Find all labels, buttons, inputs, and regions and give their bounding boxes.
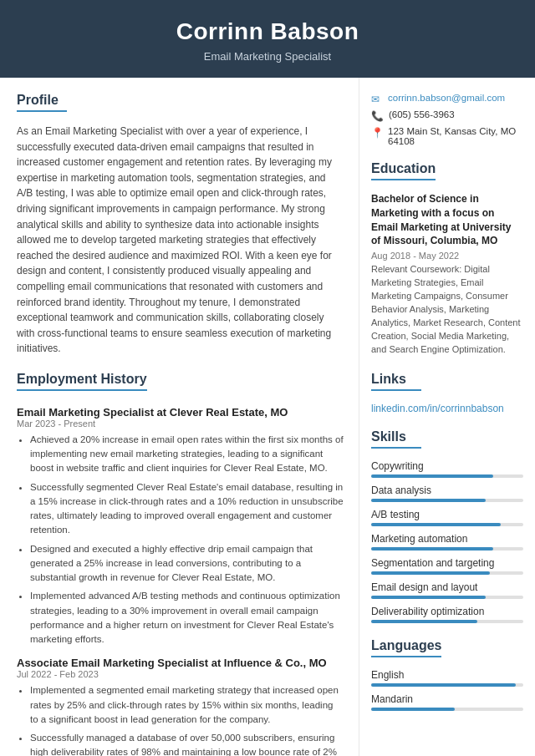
skill-label: Marketing automation — [371, 533, 523, 545]
linkedin-link[interactable]: linkedin.com/in/corrinnbabson — [371, 403, 504, 414]
education-section: Education Bachelor of Science in Marketi… — [371, 161, 523, 357]
profile-text: As an Email Marketing Specialist with ov… — [17, 124, 344, 357]
edu-degree: Bachelor of Science in Marketing with a … — [371, 192, 523, 248]
skill-bar-bg — [371, 596, 523, 599]
skill-email-design: Email design and layout — [371, 581, 523, 599]
education-heading: Education — [371, 161, 436, 180]
skill-bar-fill — [371, 620, 477, 623]
job-1-bullets: Achieved a 20% increase in email open ra… — [17, 433, 344, 647]
skill-label: Data analysis — [371, 485, 523, 496]
skill-bar-fill — [371, 596, 486, 599]
list-item: Successfully segmented Clever Real Estat… — [30, 480, 344, 538]
coursework-text: Digital Marketing Strategies, Email Mark… — [371, 264, 521, 354]
skill-bar-fill — [371, 474, 493, 478]
skill-bar-fill — [371, 523, 501, 526]
list-item: Successfully managed a database of over … — [30, 731, 344, 756]
link-linkedin: linkedin.com/in/corrinnbabson — [371, 403, 523, 414]
edu-coursework: Relevant Coursework: Digital Marketing S… — [371, 263, 523, 357]
skill-label: A/B testing — [371, 509, 523, 520]
lang-bar-fill — [371, 683, 516, 687]
contact-section: ✉ corrinn.babson@gmail.com 📞 (605) 556-3… — [371, 93, 523, 146]
skill-copywriting: Copywriting — [371, 460, 523, 478]
skill-bar-bg — [371, 620, 523, 623]
coursework-label: Relevant Coursework: — [371, 264, 461, 274]
skill-marketing-automation: Marketing automation — [371, 533, 523, 551]
employment-heading: Employment History — [17, 372, 147, 391]
lang-bar-bg — [371, 708, 523, 711]
phone-icon: 📞 — [371, 110, 384, 122]
languages-heading: Languages — [371, 638, 441, 657]
main-content: Profile As an Email Marketing Specialist… — [0, 78, 535, 756]
skill-bar-bg — [371, 499, 523, 502]
job-2: Associate Email Marketing Specialist at … — [17, 657, 344, 756]
skill-label: Deliverability optimization — [371, 606, 523, 617]
job-1-dates: Mar 2023 - Present — [17, 419, 344, 429]
contact-email: ✉ corrinn.babson@gmail.com — [371, 93, 523, 105]
skill-segmentation: Segmentation and targeting — [371, 557, 523, 575]
profile-section: Profile As an Email Marketing Specialist… — [17, 93, 344, 357]
skill-bar-bg — [371, 571, 523, 575]
phone-number: (605) 556-3963 — [389, 109, 455, 119]
list-item: Achieved a 20% increase in email open ra… — [30, 433, 344, 476]
skill-label: Email design and layout — [371, 581, 523, 593]
list-item: Implemented a segmented email marketing … — [30, 683, 344, 727]
skill-bar-fill — [371, 499, 486, 502]
skill-ab-testing: A/B testing — [371, 509, 523, 526]
email-icon: ✉ — [371, 94, 383, 105]
contact-phone: 📞 (605) 556-3963 — [371, 109, 523, 122]
skills-section: Skills Copywriting Data analysis A/B tes… — [371, 429, 523, 623]
candidate-name: Corrinn Babson — [17, 18, 518, 45]
skill-bar-bg — [371, 474, 523, 478]
lang-mandarin: Mandarin — [371, 693, 523, 711]
job-2-dates: Jul 2022 - Feb 2023 — [17, 669, 344, 679]
list-item: Implemented advanced A/B testing methods… — [30, 589, 344, 647]
employment-section: Employment History Email Marketing Speci… — [17, 372, 344, 756]
job-2-title: Associate Email Marketing Specialist at … — [17, 657, 344, 669]
lang-label: English — [371, 669, 523, 681]
email-link[interactable]: corrinn.babson@gmail.com — [388, 93, 505, 103]
lang-bar-bg — [371, 683, 523, 687]
lang-english: English — [371, 669, 523, 687]
left-column: Profile As an Email Marketing Specialist… — [0, 78, 359, 756]
header: Corrinn Babson Email Marketing Specialis… — [0, 0, 535, 78]
job-2-bullets: Implemented a segmented email marketing … — [17, 683, 344, 756]
candidate-title: Email Marketing Specialist — [17, 50, 518, 63]
job-1: Email Marketing Specialist at Clever Rea… — [17, 406, 344, 647]
links-heading: Links — [371, 372, 421, 391]
skill-data-analysis: Data analysis — [371, 485, 523, 502]
list-item: Designed and executed a highly effective… — [30, 542, 344, 586]
languages-section: Languages English Mandarin — [371, 638, 523, 711]
skill-label: Copywriting — [371, 460, 523, 472]
skill-label: Segmentation and targeting — [371, 557, 523, 569]
job-1-title: Email Marketing Specialist at Clever Rea… — [17, 406, 344, 419]
skill-bar-fill — [371, 571, 490, 575]
lang-label: Mandarin — [371, 693, 523, 705]
address-text: 123 Main St, Kansas City, MO 64108 — [388, 126, 523, 146]
right-column: ✉ corrinn.babson@gmail.com 📞 (605) 556-3… — [359, 78, 535, 741]
skill-bar-bg — [371, 547, 523, 551]
skill-deliverability: Deliverability optimization — [371, 606, 523, 623]
location-icon: 📍 — [371, 127, 383, 139]
skills-heading: Skills — [371, 429, 421, 449]
edu-dates: Aug 2018 - May 2022 — [371, 251, 523, 261]
skill-bar-bg — [371, 523, 523, 526]
contact-address: 📍 123 Main St, Kansas City, MO 64108 — [371, 126, 523, 146]
skill-bar-fill — [371, 547, 493, 551]
lang-bar-fill — [371, 708, 455, 711]
profile-heading: Profile — [17, 93, 67, 112]
links-section: Links linkedin.com/in/corrinnbabson — [371, 372, 523, 414]
